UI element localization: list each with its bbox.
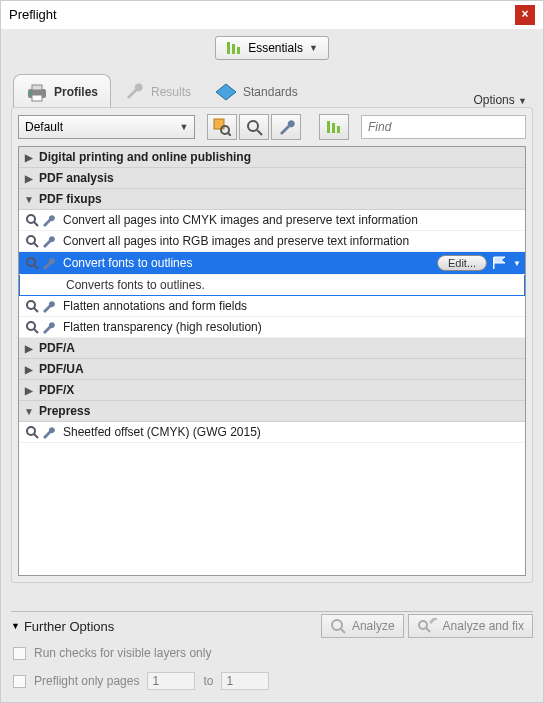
item-icons bbox=[25, 425, 59, 439]
fixup-item-rgb[interactable]: Convert all pages into RGB images and pr… bbox=[19, 231, 525, 252]
svg-marker-23 bbox=[494, 257, 505, 263]
svg-line-29 bbox=[34, 434, 38, 438]
profile-tree: ▶Digital printing and online publishing … bbox=[18, 146, 526, 576]
svg-line-19 bbox=[34, 243, 38, 247]
arrow-right-icon: ▶ bbox=[23, 152, 35, 163]
category-dropdown[interactable]: Essentials ▼ bbox=[215, 36, 329, 60]
to-label: to bbox=[203, 674, 213, 688]
tab-results[interactable]: Results bbox=[111, 75, 203, 107]
view-all-button[interactable] bbox=[207, 114, 237, 140]
magnifier-icon bbox=[25, 425, 39, 439]
group-label: Digital printing and online publishing bbox=[39, 150, 251, 164]
magnifier-icon bbox=[25, 213, 39, 227]
category-bar: Essentials ▼ bbox=[1, 29, 543, 67]
tab-standards-label: Standards bbox=[243, 85, 298, 99]
profile-search-icon bbox=[213, 118, 231, 136]
run-checks-checkbox[interactable] bbox=[13, 647, 26, 660]
edit-button[interactable]: Edit... bbox=[437, 255, 487, 271]
group-digital[interactable]: ▶Digital printing and online publishing bbox=[19, 147, 525, 168]
titlebar: Preflight × bbox=[1, 1, 543, 29]
library-select[interactable]: Default ▼ bbox=[18, 115, 195, 139]
arrow-right-icon: ▶ bbox=[23, 343, 35, 354]
arrow-right-icon: ▶ bbox=[23, 173, 35, 184]
item-label: Flatten transparency (high resolution) bbox=[63, 320, 521, 334]
options-menu[interactable]: Options ▼ bbox=[473, 93, 531, 107]
svg-point-30 bbox=[332, 620, 342, 630]
wrench-icon bbox=[41, 234, 55, 248]
wrench-icon bbox=[41, 299, 55, 313]
view-checks-button[interactable] bbox=[239, 114, 269, 140]
group-label: PDF/A bbox=[39, 341, 75, 355]
content-area: Essentials ▼ Profiles Results Standards … bbox=[1, 29, 543, 702]
item-icons bbox=[25, 299, 59, 313]
magnifier-icon bbox=[25, 299, 39, 313]
tab-standards[interactable]: Standards bbox=[203, 75, 310, 107]
preflight-pages-label: Preflight only pages bbox=[34, 674, 139, 688]
chevron-down-icon: ▼ bbox=[309, 43, 318, 53]
wrench-icon bbox=[41, 213, 55, 227]
tab-profiles-label: Profiles bbox=[54, 85, 98, 99]
toolbar: Default ▼ bbox=[12, 108, 532, 146]
svg-point-26 bbox=[27, 322, 35, 330]
svg-line-25 bbox=[34, 308, 38, 312]
footer: ▼ Further Options Analyze Analyze and fi… bbox=[11, 611, 533, 696]
footer-row-pages: Preflight only pages to bbox=[11, 666, 533, 696]
tab-results-label: Results bbox=[151, 85, 191, 99]
group-label: Prepress bbox=[39, 404, 90, 418]
find-input[interactable] bbox=[361, 115, 526, 139]
chevron-down-icon: ▼ bbox=[518, 96, 527, 106]
view-fixups-button[interactable] bbox=[271, 114, 301, 140]
svg-point-11 bbox=[248, 121, 258, 131]
group-pdfx[interactable]: ▶PDF/X bbox=[19, 380, 525, 401]
svg-rect-14 bbox=[332, 123, 335, 133]
fixup-item-flatten-annotations[interactable]: Flatten annotations and form fields bbox=[19, 296, 525, 317]
analyze-button[interactable]: Analyze bbox=[321, 614, 404, 638]
svg-rect-4 bbox=[32, 85, 42, 90]
arrow-down-icon: ▼ bbox=[23, 406, 35, 417]
wrench-icon bbox=[277, 118, 295, 136]
tab-profiles[interactable]: Profiles bbox=[13, 74, 111, 107]
svg-rect-13 bbox=[327, 121, 330, 133]
svg-point-18 bbox=[27, 236, 35, 244]
wrench-icon bbox=[41, 256, 55, 270]
fixup-item-cmyk[interactable]: Convert all pages into CMYK images and p… bbox=[19, 210, 525, 231]
arrow-down-icon[interactable]: ▼ bbox=[11, 621, 20, 631]
flag-icon[interactable] bbox=[491, 256, 507, 270]
svg-rect-2 bbox=[237, 47, 240, 54]
wrench-icon bbox=[123, 83, 145, 101]
group-pdf-fixups[interactable]: ▼PDF fixups bbox=[19, 189, 525, 210]
chevron-down-icon[interactable]: ▼ bbox=[513, 259, 521, 268]
analyze-label: Analyze bbox=[352, 619, 395, 633]
svg-line-12 bbox=[257, 130, 262, 135]
fixup-item-sheetfed[interactable]: Sheetfed offset (CMYK) (GWG 2015) bbox=[19, 422, 525, 443]
svg-point-9 bbox=[221, 126, 229, 134]
group-pdf-analysis[interactable]: ▶PDF analysis bbox=[19, 168, 525, 189]
group-label: PDF fixups bbox=[39, 192, 102, 206]
page-from-field[interactable] bbox=[147, 672, 195, 690]
category-label: Essentials bbox=[248, 41, 303, 55]
page-to-field[interactable] bbox=[221, 672, 269, 690]
library-select-value: Default bbox=[25, 120, 63, 134]
group-prepress[interactable]: ▼Prepress bbox=[19, 401, 525, 422]
group-pdfua[interactable]: ▶PDF/UA bbox=[19, 359, 525, 380]
further-options-label[interactable]: Further Options bbox=[24, 619, 317, 634]
svg-point-20 bbox=[27, 258, 35, 266]
svg-line-17 bbox=[34, 222, 38, 226]
fixup-item-flatten-transparency[interactable]: Flatten transparency (high resolution) bbox=[19, 317, 525, 338]
wrench-icon bbox=[41, 425, 55, 439]
svg-point-28 bbox=[27, 427, 35, 435]
close-button[interactable]: × bbox=[515, 5, 535, 25]
svg-rect-0 bbox=[227, 42, 230, 54]
svg-line-31 bbox=[341, 629, 345, 633]
fixup-item-outlines[interactable]: Convert fonts to outlines Edit... ▼ bbox=[19, 252, 525, 275]
preflight-pages-checkbox[interactable] bbox=[13, 675, 26, 688]
group-label: PDF/UA bbox=[39, 362, 84, 376]
group-pdfa[interactable]: ▶PDF/A bbox=[19, 338, 525, 359]
printer-icon bbox=[26, 83, 48, 101]
svg-point-24 bbox=[27, 301, 35, 309]
analyze-fix-button[interactable]: Analyze and fix bbox=[408, 614, 533, 638]
show-all-button[interactable] bbox=[319, 114, 349, 140]
run-checks-label: Run checks for visible layers only bbox=[34, 646, 211, 660]
svg-rect-15 bbox=[337, 126, 340, 133]
magnifier-icon bbox=[25, 256, 39, 270]
